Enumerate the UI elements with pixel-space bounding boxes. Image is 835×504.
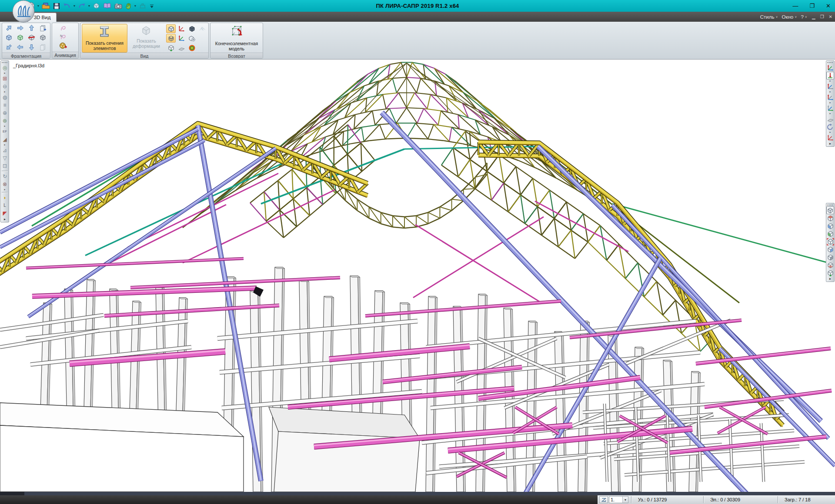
label-l-icon[interactable]: L — [1, 202, 9, 209]
animate-mode-icon[interactable]: N — [60, 33, 67, 42]
local-axes-red-icon[interactable] — [177, 24, 186, 33]
selection-target-icon[interactable]: ◎ — [1, 64, 9, 72]
chevron-down-icon[interactable]: ▾ — [37, 4, 39, 8]
axes-projection-icon[interactable] — [826, 134, 834, 142]
axes-yz-icon[interactable] — [826, 104, 834, 112]
menu-help[interactable]: ?∨ — [801, 14, 807, 20]
loadcase-selector[interactable]: 1. ▼ — [609, 496, 628, 503]
flyout-arrow-icon[interactable]: ▸ — [4, 125, 5, 128]
workbench-icon[interactable] — [138, 1, 147, 11]
toolbar-overflow-icon[interactable]: ▸ — [829, 142, 831, 146]
render-settings-icon[interactable] — [187, 34, 197, 43]
fragment-down-left-icon[interactable] — [5, 43, 13, 53]
work-plane-icon[interactable] — [826, 115, 834, 123]
zoom-delete-icon[interactable]: ⊗ — [1, 180, 9, 188]
menu-style[interactable]: Стиль∨ — [760, 14, 778, 20]
iso-axes-icon[interactable]: ⊿ — [1, 146, 9, 154]
isofields-sphere-icon[interactable] — [187, 43, 197, 52]
box-view-icon[interactable] — [92, 1, 100, 11]
model-viewport[interactable]: _Градирня.l3d ••••◎▸⊞⊖▸◍≡⊕⊛▸EF◢▸⊿▽⊡↻⊗▸◗L… — [0, 60, 835, 492]
chevron-down-icon[interactable]: ▼ — [622, 497, 628, 503]
view-down-icon[interactable] — [826, 72, 834, 80]
doc-close-button[interactable]: ✕ — [829, 14, 832, 19]
work-plane-icon[interactable] — [177, 43, 186, 52]
flashlight-icon[interactable]: ◗ — [1, 194, 9, 202]
chevron-down-icon[interactable]: ▾ — [134, 4, 136, 8]
pan-hand-icon[interactable] — [125, 1, 132, 11]
filter-icon[interactable]: ▽ — [1, 154, 9, 162]
fragment-up-right-icon[interactable] — [5, 24, 13, 33]
app-logo-icon[interactable] — [12, 0, 35, 23]
fe-model-button[interactable]: Конечноэлементная модель — [212, 24, 261, 53]
cube-right-icon[interactable] — [826, 245, 834, 253]
cube-front-icon[interactable] — [826, 222, 834, 230]
menu-window[interactable]: Окно∨ — [782, 14, 797, 20]
layers-select-icon[interactable]: ≡ — [1, 101, 9, 109]
solid-cube-icon[interactable] — [166, 24, 176, 33]
cube-select-icon[interactable] — [826, 238, 834, 245]
close-button[interactable]: ✕ — [826, 0, 831, 12]
cube-back-icon[interactable] — [826, 253, 834, 261]
fragment-left-icon[interactable] — [17, 43, 24, 53]
net-faded-icon[interactable] — [197, 24, 207, 33]
mesh-select-icon[interactable]: ⊛ — [1, 117, 9, 125]
restore-button[interactable]: ❐ — [809, 0, 815, 12]
undo-icon[interactable] — [63, 1, 71, 11]
axes-xz-icon[interactable] — [826, 83, 834, 90]
book-icon[interactable] — [103, 1, 112, 11]
panel-side-icon[interactable] — [17, 34, 24, 43]
cube-iso-icon[interactable] — [826, 206, 834, 214]
flyout-arrow-icon[interactable]: ▸ — [4, 143, 5, 146]
knife-section-icon[interactable]: ◢ — [1, 136, 9, 143]
ef-elements-icon[interactable]: EF — [1, 128, 9, 136]
axes-xyz-icon[interactable] — [826, 64, 834, 72]
cylinder-select-icon[interactable]: ◍ — [1, 93, 9, 101]
cube-bottom-icon[interactable] — [826, 261, 834, 269]
record-animation-icon[interactable] — [59, 42, 67, 51]
toolbar-options-icon[interactable] — [149, 1, 154, 11]
global-axes-icon[interactable] — [177, 34, 186, 43]
fence-select-icon[interactable]: ⊡ — [1, 162, 9, 170]
add-fragment-icon[interactable] — [39, 24, 47, 33]
animate-curve-icon[interactable] — [60, 25, 67, 33]
flyout-arrow-icon[interactable]: ▸ — [4, 188, 5, 191]
erase-icon[interactable]: ◤ — [1, 209, 9, 217]
flyout-arrow-icon[interactable]: ▸ — [829, 80, 831, 83]
flyout-arrow-icon[interactable]: ▸ — [4, 72, 5, 75]
open-icon[interactable] — [41, 1, 50, 11]
chevron-down-icon[interactable]: ▾ — [88, 4, 90, 8]
doc-restore-button[interactable]: ❐ — [820, 14, 824, 19]
cube-top-icon[interactable] — [826, 214, 834, 222]
flyout-arrow-icon[interactable]: ▸ — [829, 131, 831, 134]
redo-icon[interactable] — [77, 1, 86, 11]
save-icon[interactable] — [53, 1, 60, 11]
restore-fragment-icon[interactable] — [39, 43, 47, 53]
node-cube-icon[interactable] — [166, 43, 176, 52]
flyout-arrow-icon[interactable]: ▸ — [829, 112, 831, 115]
cut-plane-icon[interactable] — [28, 34, 35, 43]
flyout-arrow-icon[interactable]: ▸ — [829, 90, 831, 93]
wireframe-cube-icon[interactable] — [166, 34, 176, 43]
solid-box-icon[interactable] — [39, 34, 47, 43]
center-target-icon[interactable]: ⊕ — [1, 109, 9, 117]
flyout-arrow-icon[interactable]: ▸ — [4, 90, 5, 93]
panel-front-icon[interactable] — [5, 34, 13, 43]
cube-vertex-icon[interactable] — [826, 269, 834, 277]
axes-xy-icon[interactable] — [826, 93, 834, 101]
fragment-up-icon[interactable] — [28, 24, 35, 33]
rotate-frame-icon[interactable]: ↻ — [1, 172, 9, 180]
ellipse-select-icon[interactable]: ⊖ — [1, 83, 9, 90]
doc-minimize-button[interactable]: ▁ — [812, 14, 815, 19]
toolbar-overflow-icon[interactable]: ▸ — [829, 277, 831, 281]
show-sections-button[interactable]: Показать сечения элементов — [82, 24, 127, 53]
nodes-select-icon[interactable]: ⊞ — [1, 75, 9, 83]
fragment-down-icon[interactable] — [28, 43, 35, 53]
flyout-arrow-icon[interactable]: ▸ — [829, 101, 831, 104]
orbit-icon[interactable] — [826, 123, 834, 131]
chevron-down-icon[interactable]: ▾ — [73, 4, 75, 8]
fragment-right-icon[interactable] — [17, 24, 24, 33]
shaded-cube-icon[interactable] — [187, 24, 197, 33]
cube-left-icon[interactable] — [826, 230, 834, 238]
minimize-button[interactable]: — — [792, 0, 798, 12]
toolbar-overflow-icon[interactable]: ▸ — [4, 217, 6, 222]
